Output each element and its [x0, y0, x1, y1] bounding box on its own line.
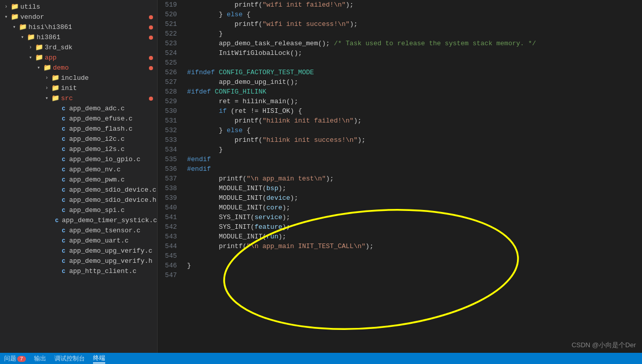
- sidebar-item-label: app_demo_flash.c: [69, 124, 133, 134]
- sidebar-item-f10[interactable]: Capp_demo_sdio_device.h: [0, 195, 157, 205]
- sidebar-item-f14[interactable]: Capp_demo_uart.c: [0, 236, 157, 246]
- modified-dot: [149, 66, 153, 70]
- line-content: }: [183, 29, 642, 39]
- sidebar-item-label: app_demo_uart.c: [69, 236, 129, 246]
- sidebar-item-f8[interactable]: Capp_demo_pwm.c: [0, 175, 157, 185]
- sidebar-item-f15[interactable]: Capp_demo_upg_verify.c: [0, 246, 157, 256]
- line-number: 546: [158, 261, 183, 270]
- sidebar-item-src[interactable]: ▾📁src: [0, 94, 157, 104]
- line-number: 529: [158, 97, 183, 106]
- arrow-icon: ▾: [10, 22, 18, 33]
- line-content: printf("wifi init failed!\n");: [183, 0, 642, 10]
- line-content: [183, 58, 642, 68]
- line-number: 542: [158, 222, 183, 232]
- sidebar-item-label: include: [61, 73, 89, 83]
- sidebar-item-3rd_sdk[interactable]: ›📁3rd_sdk: [0, 43, 157, 53]
- bottom-tab-调试控制台[interactable]: 调试控制台: [54, 354, 85, 363]
- line-content: SYS_INIT(service);: [183, 213, 642, 222]
- folder-icon: 📁: [10, 12, 19, 22]
- line-number: 526: [158, 68, 183, 77]
- sidebar-item-f16[interactable]: Capp_demo_upg_verify.h: [0, 256, 157, 266]
- sidebar-item-f2[interactable]: Capp_demo_efuse.c: [0, 114, 157, 124]
- code-line: 546}: [158, 261, 642, 270]
- code-line: 541 SYS_INIT(service);: [158, 213, 642, 222]
- sidebar-item-label: app: [45, 53, 56, 63]
- sidebar-item-f3[interactable]: Capp_demo_flash.c: [0, 124, 157, 134]
- code-table: 519 printf("wifi init failed!\n");520 } …: [158, 0, 642, 280]
- sidebar-item-f6[interactable]: Capp_demo_io_gpio.c: [0, 155, 157, 165]
- sidebar-item-label: app_demo_pwm.c: [69, 175, 125, 185]
- line-content: MODULE_INIT(core);: [183, 203, 642, 213]
- sidebar-item-label: demo: [53, 63, 69, 73]
- sidebar-item-label: init: [61, 83, 77, 94]
- code-line: 522 }: [158, 29, 642, 39]
- file-type-icon: C: [59, 114, 68, 124]
- code-line: 544 printf("\n app_main INIT_TEST_CALL\n…: [158, 241, 642, 251]
- line-number: 545: [158, 251, 183, 261]
- bottom-tab-问题[interactable]: 问题7: [4, 354, 26, 363]
- sidebar-item-app[interactable]: ▾📁app: [0, 53, 157, 63]
- line-content: InitWifiGlobalLock();: [183, 48, 642, 58]
- line-number: 544: [158, 241, 183, 251]
- sidebar-item-f7[interactable]: Capp_demo_nv.c: [0, 165, 157, 175]
- sidebar-item-f4[interactable]: Capp_demo_i2c.c: [0, 134, 157, 144]
- sidebar-item-label: app_demo_tsensor.c: [69, 226, 140, 236]
- sidebar-item-include[interactable]: ›📁include: [0, 73, 157, 83]
- bottom-tab-终端[interactable]: 终端: [93, 354, 105, 363]
- sidebar-item-init[interactable]: ›📁init: [0, 83, 157, 94]
- line-content: } else {: [183, 10, 642, 19]
- line-number: 519: [158, 0, 183, 10]
- sidebar-item-f1[interactable]: Capp_demo_adc.c: [0, 104, 157, 114]
- watermark: CSDN @小向是个Der: [571, 341, 636, 350]
- sidebar-item-label: app_demo_i2s.c: [69, 144, 125, 155]
- sidebar-item-f11[interactable]: Capp_demo_spi.c: [0, 205, 157, 216]
- file-type-icon: C: [59, 104, 68, 114]
- code-line: 539 MODULE_INIT(device);: [158, 193, 642, 203]
- code-line: 524 InitWifiGlobalLock();: [158, 48, 642, 58]
- sidebar-item-label: app_demo_sdio_device.h: [69, 195, 157, 205]
- folder-icon: 📁: [35, 43, 44, 53]
- line-number: 543: [158, 232, 183, 241]
- sidebar-item-label: app_demo_i2c.c: [69, 134, 125, 144]
- sidebar-item-hi3861[interactable]: ▾📁hi3861: [0, 33, 157, 43]
- line-number: 528: [158, 87, 183, 97]
- file-type-icon: C: [59, 246, 68, 256]
- line-content: app_demo_upg_init();: [183, 77, 642, 87]
- code-line: 538 MODULE_INIT(bsp);: [158, 184, 642, 193]
- modified-dot: [149, 56, 153, 60]
- modified-dot: [149, 25, 153, 29]
- line-number: 523: [158, 39, 183, 48]
- file-type-icon: C: [59, 124, 68, 134]
- sidebar-item-f5[interactable]: Capp_demo_i2s.c: [0, 144, 157, 155]
- arrow-icon: ›: [26, 43, 35, 53]
- line-content: printf("hilink init success!\n");: [183, 135, 642, 145]
- sidebar-item-demo[interactable]: ▾📁demo: [0, 63, 157, 73]
- line-content: MODULE_INIT(device);: [183, 193, 642, 203]
- line-content: printf("wifi init success!\n");: [183, 19, 642, 29]
- folder-icon: 📁: [18, 22, 27, 33]
- line-number: 527: [158, 77, 183, 87]
- arrow-icon: ›: [2, 2, 10, 12]
- sidebar-item-f12[interactable]: Capp_demo_timer_systick.c: [0, 216, 157, 226]
- file-type-icon: C: [59, 236, 68, 246]
- file-tree[interactable]: ›📁utils▾📁vendor▾📁hisi\hi3861▾📁hi3861›📁3r…: [0, 0, 158, 364]
- sidebar-item-f17[interactable]: Capp_http_client.c: [0, 266, 157, 277]
- file-type-icon: C: [59, 256, 68, 266]
- bottom-tab-输出[interactable]: 输出: [34, 354, 46, 363]
- code-line: 519 printf("wifi init failed!\n");: [158, 0, 642, 10]
- sidebar-item-f9[interactable]: Capp_demo_sdio_device.c: [0, 185, 157, 195]
- line-number: 522: [158, 29, 183, 39]
- code-line: 542 SYS_INIT(feature);: [158, 222, 642, 232]
- arrow-icon: ›: [43, 73, 51, 83]
- sidebar-item-utils[interactable]: ›📁utils: [0, 2, 157, 12]
- sidebar-item-label: 3rd_sdk: [45, 43, 73, 53]
- code-line: 531 printf("hilink init failed!\n");: [158, 116, 642, 126]
- code-line: 536#endif: [158, 164, 642, 174]
- sidebar-item-vendor[interactable]: ▾📁vendor: [0, 12, 157, 22]
- arrow-icon: ▾: [35, 63, 43, 73]
- line-number: 534: [158, 145, 183, 155]
- sidebar-item-hisi-hi3861[interactable]: ▾📁hisi\hi3861: [0, 22, 157, 33]
- sidebar-item-label: app_demo_adc.c: [69, 104, 125, 114]
- sidebar-item-f13[interactable]: Capp_demo_tsensor.c: [0, 226, 157, 236]
- code-line: 540 MODULE_INIT(core);: [158, 203, 642, 213]
